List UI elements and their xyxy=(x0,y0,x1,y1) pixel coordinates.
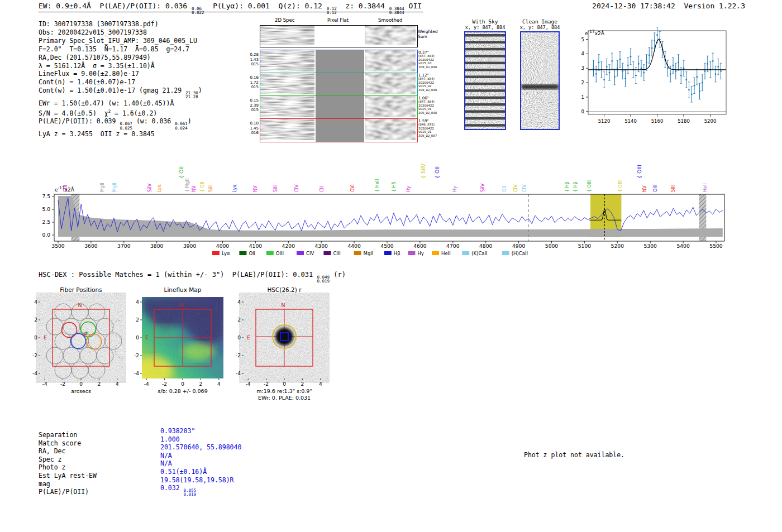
svg-text:Hγ: Hγ xyxy=(406,186,411,192)
fiber-2dspec-image xyxy=(260,119,314,140)
svg-text:2.5: 2.5 xyxy=(42,219,50,225)
fiber-2dspec-image xyxy=(260,96,314,117)
stacked-fraction: 0.120.12 xyxy=(327,7,337,15)
svg-text:5300: 5300 xyxy=(644,243,657,249)
withsky-image xyxy=(465,32,505,129)
svg-text:HSC(26.2) r: HSC(26.2) r xyxy=(267,286,302,293)
legend-swatch xyxy=(354,251,361,255)
svg-text:{ SiIV: { SiIV xyxy=(420,163,426,179)
svg-text:HeII: HeII xyxy=(441,251,451,256)
svg-text:2: 2 xyxy=(581,80,584,85)
svg-text:-2: -2 xyxy=(134,353,139,358)
svg-text:{ Hβ: { Hβ xyxy=(573,181,578,192)
svg-text:CIV: CIV xyxy=(306,251,314,256)
svg-text:CIV: CIV xyxy=(522,184,527,192)
svg-text:5: 5 xyxy=(581,37,584,42)
fit-flux-units-label: e-17x2Å xyxy=(585,29,604,36)
info-line: Cont(w) = 1.50(±0.01)e-17 (gmag 21.29 21… xyxy=(39,87,202,99)
col-header-smoothed: Smoothed xyxy=(378,17,402,23)
svg-text:2: 2 xyxy=(237,317,241,323)
source-blob xyxy=(275,328,293,346)
svg-text:Lineflux Map: Lineflux Map xyxy=(164,286,202,293)
svg-text:OIII: OIII xyxy=(653,185,658,192)
svg-text:5200: 5200 xyxy=(611,243,624,249)
stacked-fraction: 0.38440.3844 xyxy=(389,7,404,15)
svg-text:E: E xyxy=(247,334,250,341)
info-line: λ = 5161.12Å σ = 3.35(±1.10)Å xyxy=(39,62,202,70)
svg-text:4: 4 xyxy=(319,381,322,387)
info-line: Cont(n) = 1.40(±0.07)e-17 xyxy=(39,78,202,87)
svg-text:5000: 5000 xyxy=(545,243,559,249)
lineflux-map-texture xyxy=(128,297,239,386)
info-line: F=2.0" T=0.135 N̄=1.17 Ā=0.85 g=24.7 xyxy=(39,45,202,54)
fiber-smoothed-image xyxy=(365,73,416,94)
svg-text:-4: -4 xyxy=(236,371,241,376)
match-table-label: Separation xyxy=(39,431,97,439)
svg-text:3600: 3600 xyxy=(84,243,98,249)
summary-header: EW: 0.9±0.4Å P(LAE)/P(OII): 0.036 0.060.… xyxy=(39,2,422,15)
lineflux-map-panel xyxy=(128,297,239,386)
clean-image-frame xyxy=(520,31,560,130)
svg-text:4: 4 xyxy=(237,299,241,305)
svg-text:4800: 4800 xyxy=(479,243,493,249)
svg-text:EWr: 0. PLAE: 0.031: EWr: 0. PLAE: 0.031 xyxy=(258,395,311,401)
svg-text:-4: -4 xyxy=(246,381,251,387)
svg-text:{ HeII: { HeII xyxy=(375,179,380,192)
fiber-2dspec-image xyxy=(260,73,314,94)
match-table-label: mag xyxy=(39,480,97,488)
svg-text:3800: 3800 xyxy=(150,243,164,249)
svg-text:0: 0 xyxy=(581,109,584,114)
fiber-smoothed-image xyxy=(365,50,416,71)
stacked-fraction: 21.3021.28 xyxy=(185,91,198,99)
svg-text:3: 3 xyxy=(581,65,584,71)
svg-text:-2: -2 xyxy=(32,353,37,358)
match-table-value: 19.58(19.58,19.58)R xyxy=(160,476,241,485)
legend-swatch xyxy=(502,251,509,255)
spec2d-fiber-row: 0.281.430150.37"(847, 884)20200422v015_0… xyxy=(260,50,418,74)
clean-image xyxy=(521,32,559,129)
svg-text:3700: 3700 xyxy=(117,243,131,249)
fiber-smoothed-image xyxy=(365,119,416,140)
svg-text:s/b: 0.28 +/- 0.069: s/b: 0.28 +/- 0.069 xyxy=(158,388,207,394)
svg-text:SiIV: SiIV xyxy=(480,183,485,192)
stacked-fraction: 0.0670.025 xyxy=(120,122,132,130)
fiber-pixelflat-cell xyxy=(316,119,364,142)
svg-text:-2: -2 xyxy=(236,353,241,358)
legend-swatch xyxy=(297,251,304,255)
svg-text:{ OIII: { OIII xyxy=(587,180,592,192)
svg-text:0: 0 xyxy=(237,335,241,341)
withsky-panel: With Sky x, y: 847, 884 xyxy=(464,18,506,131)
withsky-title: With Sky xyxy=(464,18,506,25)
legend-swatch xyxy=(384,251,392,255)
svg-text:0: 0 xyxy=(79,381,83,387)
svg-text:4100: 4100 xyxy=(249,243,263,249)
svg-text:-2: -2 xyxy=(162,381,167,387)
svg-text:OII: OII xyxy=(249,251,255,256)
fiber-annotation: 1.12"(847, 884)20200422v015_02309_LU_098 xyxy=(418,74,437,92)
fiber-annotation: 1.59"(846, 875)20200422v015_01309_LU_097 xyxy=(418,119,437,137)
svg-text:{ Hβ: { Hβ xyxy=(565,181,570,192)
svg-text:N: N xyxy=(179,302,183,308)
svg-text:2: 2 xyxy=(98,381,101,387)
fiber-annotation: 0.37"(847, 884)20200422v015_03309_LU_098 xyxy=(418,51,437,69)
svg-text:SIII: SIII xyxy=(671,185,676,192)
svg-text:4: 4 xyxy=(34,299,37,305)
svg-text:{ OII: { OII xyxy=(434,166,440,179)
fiber-pixelflat-cell xyxy=(316,73,364,96)
info-line: Primary Spec_Slot_IFU_AMP: 309_046_005_L… xyxy=(39,37,202,45)
svg-text:MgII: MgII xyxy=(364,251,374,256)
match-table-label: Spec z xyxy=(39,456,97,464)
svg-text:2: 2 xyxy=(199,381,203,387)
svg-text:5100: 5100 xyxy=(578,243,592,249)
spec2d-fiber-row: 0.101.450161.59"(846, 875)20200422v015_0… xyxy=(260,118,418,142)
svg-text:N: N xyxy=(281,302,285,308)
spec2d-block: 2D Spec Pixel Flat Smoothed WeightedSum … xyxy=(260,15,494,145)
info-line: Obs: 20200422v015_3007197338 xyxy=(39,28,202,37)
svg-text:5120: 5120 xyxy=(598,118,611,124)
col-header-pixelflat: Pixel Flat xyxy=(327,17,349,23)
svg-text:-4: -4 xyxy=(144,381,149,387)
svg-text:Lyα: Lyα xyxy=(222,251,230,256)
spec2d-weighted-row xyxy=(260,25,418,47)
svg-text:0: 0 xyxy=(181,381,184,387)
spectrum-flux-units-label: e-17x2Å xyxy=(55,185,74,193)
